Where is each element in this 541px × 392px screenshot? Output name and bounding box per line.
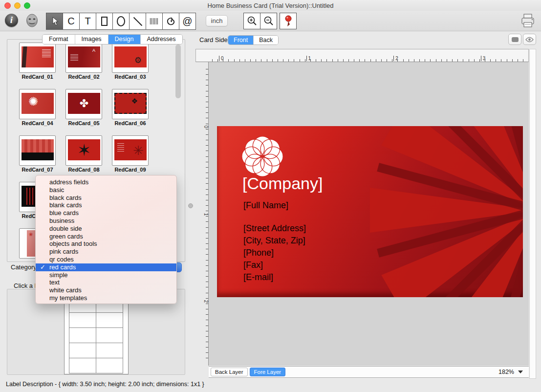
full-name-field[interactable]: [Full Name] bbox=[243, 200, 288, 211]
template-thumbnail-blackstar bbox=[68, 139, 100, 160]
template-label: RedCard_01 bbox=[14, 74, 61, 80]
zoom-out-icon[interactable] bbox=[260, 13, 277, 29]
template-thumbnail-compass bbox=[22, 93, 54, 114]
card-side-label: Card Side: bbox=[199, 36, 229, 44]
template-item[interactable]: RedCard_02 bbox=[65, 43, 102, 80]
menu-item-double-side[interactable]: double side bbox=[36, 225, 176, 233]
h-ruler-number: 2 bbox=[394, 56, 398, 61]
print-icon[interactable] bbox=[519, 13, 537, 29]
template-label: RedCard_05 bbox=[61, 120, 107, 126]
layer-tab-back-layer[interactable]: Back Layer bbox=[211, 368, 248, 376]
card-side-front[interactable]: Front bbox=[228, 36, 253, 44]
vertical-ruler-ticks bbox=[206, 69, 208, 364]
street-field[interactable]: [Street Address] bbox=[243, 223, 306, 234]
h-ruler-number: 3 bbox=[482, 56, 486, 61]
tab-images[interactable]: Images bbox=[75, 35, 108, 44]
email-field[interactable]: [E-mail] bbox=[243, 272, 273, 283]
arc-tool[interactable]: C bbox=[63, 13, 80, 30]
city-field[interactable]: [City, State, Zip] bbox=[243, 236, 305, 246]
title-bar: Home Business Card (Trial Version)::Unti… bbox=[0, 0, 541, 11]
label-cell[interactable] bbox=[69, 327, 96, 343]
template-thumbnail-stripes bbox=[22, 139, 54, 160]
tab-design[interactable]: Design bbox=[108, 35, 140, 44]
phone-field[interactable]: [Phone] bbox=[243, 248, 274, 258]
unit-button[interactable]: inch bbox=[206, 15, 228, 26]
menu-item-text[interactable]: text bbox=[36, 279, 176, 286]
label-cell[interactable] bbox=[96, 358, 123, 373]
template-thumbnail-scribble-left bbox=[22, 46, 54, 67]
template-label: RedCard_08 bbox=[61, 167, 107, 173]
menu-item-black-cards[interactable]: black cards bbox=[36, 194, 176, 202]
line-tool[interactable] bbox=[129, 13, 146, 30]
layer-tab-fore-layer[interactable]: Fore Layer bbox=[250, 368, 286, 376]
label-cell[interactable] bbox=[96, 327, 123, 343]
info-icon[interactable]: i bbox=[5, 14, 18, 27]
rect-tool[interactable] bbox=[96, 13, 113, 30]
tab-format[interactable]: Format bbox=[43, 35, 75, 44]
horizontal-ruler-ticks bbox=[212, 59, 527, 62]
template-item[interactable]: RedCard_04 bbox=[19, 89, 56, 126]
template-thumbnail-two-tone bbox=[68, 46, 100, 67]
menu-item-white-cards[interactable]: white cards bbox=[36, 286, 176, 294]
template-list-scrollbar[interactable] bbox=[175, 44, 181, 98]
menu-item-pink-cards[interactable]: pink cards bbox=[36, 248, 176, 256]
fax-field[interactable]: [Fax] bbox=[243, 260, 263, 270]
menu-item-green-cards[interactable]: green cards bbox=[36, 233, 176, 240]
card-side-back[interactable]: Back bbox=[253, 36, 278, 44]
zoom-in-icon[interactable] bbox=[243, 13, 260, 29]
at-tool[interactable]: @ bbox=[179, 13, 196, 30]
template-item[interactable]: RedCard_05 bbox=[65, 89, 102, 126]
left-panel-tabs: FormatImagesDesignAddresses bbox=[42, 34, 183, 44]
preview-button[interactable] bbox=[523, 34, 536, 45]
eye-icon bbox=[525, 37, 534, 43]
label-cells bbox=[69, 298, 123, 373]
label-cell[interactable] bbox=[69, 358, 96, 373]
template-label: RedCard_09 bbox=[107, 167, 153, 173]
zoom-level-value: 182% bbox=[498, 369, 514, 375]
label-cell[interactable] bbox=[96, 312, 123, 328]
canvas-scrollbar[interactable] bbox=[529, 49, 536, 379]
menu-item-objects-and-tools[interactable]: objects and tools bbox=[36, 240, 176, 248]
toolbar: i CT@ inch bbox=[0, 11, 541, 31]
template-item[interactable]: RedCard_09 bbox=[112, 135, 149, 173]
label-cell[interactable] bbox=[96, 343, 123, 358]
company-logo bbox=[240, 135, 284, 177]
template-item[interactable]: RedCard_07 bbox=[19, 135, 56, 173]
ellipse-tool[interactable] bbox=[112, 13, 130, 30]
layout-mode-button[interactable] bbox=[508, 34, 521, 45]
select-tool[interactable] bbox=[46, 13, 63, 30]
menu-item-red-cards[interactable]: ✓red cards bbox=[36, 263, 176, 271]
template-item[interactable]: RedCard_03 bbox=[112, 43, 149, 80]
zoom-level-control[interactable]: 182% bbox=[498, 369, 523, 375]
map-pin-icon[interactable] bbox=[280, 13, 297, 29]
menu-item-my-templates[interactable]: my templates bbox=[36, 294, 176, 302]
template-label: RedCard_06 bbox=[107, 120, 153, 126]
window-title: Home Business Card (Trial Version)::Unti… bbox=[0, 2, 541, 9]
curl-tool[interactable] bbox=[162, 13, 179, 30]
text-tool[interactable]: T bbox=[79, 13, 96, 30]
menu-item-simple[interactable]: simple bbox=[36, 271, 176, 279]
label-cell[interactable] bbox=[69, 312, 96, 328]
menu-item-blue-cards[interactable]: blue cards bbox=[36, 209, 176, 217]
category-menu: address fieldsbasicblack cardsblank card… bbox=[35, 175, 177, 304]
template-label: RedCard_04 bbox=[14, 120, 61, 126]
template-item[interactable]: RedCard_08 bbox=[65, 135, 102, 173]
vertical-ruler: 012 bbox=[198, 62, 209, 366]
menu-item-blank-cards[interactable]: blank cards bbox=[36, 201, 176, 209]
business-card-preview[interactable]: [Company] [Full Name] [Street Address] [… bbox=[217, 126, 523, 297]
template-item[interactable]: RedCard_06 bbox=[112, 89, 149, 126]
design-canvas[interactable]: [Company] [Full Name] [Street Address] [… bbox=[209, 62, 529, 366]
horizontal-ruler: 0123 bbox=[195, 49, 529, 62]
company-field[interactable]: [Company] bbox=[242, 174, 323, 193]
template-item[interactable]: RedCard_01 bbox=[19, 43, 56, 80]
panel-divider-handle[interactable] bbox=[188, 203, 193, 208]
label-cell[interactable] bbox=[69, 343, 96, 358]
checkmark-icon: ✓ bbox=[40, 263, 45, 271]
menu-item-basic[interactable]: basic bbox=[36, 186, 176, 194]
tab-addresses[interactable]: Addresses bbox=[140, 35, 182, 44]
menu-item-business[interactable]: business bbox=[36, 217, 176, 225]
barcode-tool[interactable] bbox=[146, 13, 163, 30]
menu-item-qr-codes[interactable]: qr codes bbox=[36, 256, 176, 263]
menu-item-address-fields[interactable]: address fields bbox=[36, 178, 176, 186]
mask-icon[interactable] bbox=[25, 14, 39, 27]
